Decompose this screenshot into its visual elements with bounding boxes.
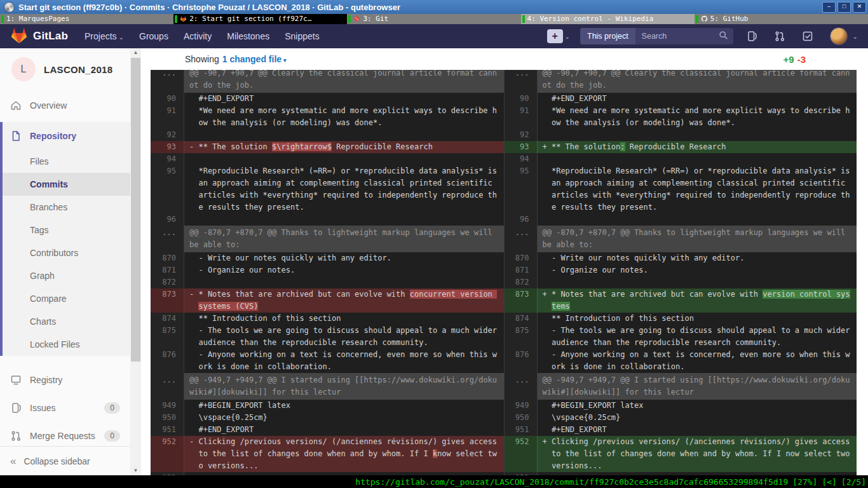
nav-link-groups[interactable]: Groups: [139, 31, 168, 41]
diff-line-number[interactable]: 96: [151, 214, 184, 226]
diff-line-number[interactable]: 90: [504, 93, 538, 105]
diff-line-number[interactable]: 873: [151, 288, 184, 313]
statusbar-tab-counter: [2/5]: [841, 477, 866, 487]
diff-line-number[interactable]: 91: [151, 105, 184, 129]
diff-line-number[interactable]: 949: [151, 400, 184, 412]
diff-text: #+BEGIN_EXPORT latex: [198, 401, 290, 410]
diff-line-number[interactable]: ...: [504, 70, 538, 93]
maximize-button[interactable]: □: [837, 2, 851, 13]
scroll-down-arrow[interactable]: ▼: [130, 466, 141, 475]
diff-line-number[interactable]: 874: [151, 313, 184, 325]
diff-sign: -: [189, 141, 194, 153]
browser-tab-4[interactable]: 4: Version control - Wikipedia: [521, 14, 695, 24]
browser-tab-5[interactable]: 5: GitHub: [695, 14, 868, 24]
sidebar-item-files[interactable]: Files: [3, 150, 130, 173]
diff-line-number[interactable]: 952: [504, 436, 538, 472]
collapse-sidebar-button[interactable]: « Collapse sidebar: [0, 446, 130, 475]
diff-line-number[interactable]: ...: [504, 226, 538, 252]
diff-text: \vspace{0.25cm}: [552, 413, 620, 422]
scroll-up-arrow[interactable]: ▲: [130, 48, 141, 57]
inline-diff-highlight: $\rightarrow$: [272, 142, 332, 151]
browser-tab-3[interactable]: 3: Git: [347, 14, 520, 24]
sidebar-item-compare[interactable]: Compare: [3, 287, 130, 310]
minimize-button[interactable]: –: [822, 2, 836, 13]
diff-line-number[interactable]: 950: [151, 412, 184, 424]
diff-line-number[interactable]: 952: [151, 436, 184, 472]
sidebar-item-label: Merge Requests: [30, 431, 95, 441]
issues-icon[interactable]: [746, 30, 757, 42]
diff-line-number[interactable]: 94: [504, 153, 538, 165]
diff-line-number[interactable]: 874: [504, 313, 538, 325]
diff-line-number[interactable]: 872: [504, 276, 538, 288]
browser-tab-1[interactable]: 1: MarquesPages: [0, 14, 173, 24]
search-input[interactable]: [641, 31, 715, 41]
diff-line-number[interactable]: 950: [504, 412, 538, 424]
diff-line-number[interactable]: ...: [151, 70, 184, 93]
diff-line-content: +Clicking /previous versions/ (/ancienne…: [538, 436, 857, 472]
diff-line-number[interactable]: 873: [504, 288, 538, 313]
sidebar-item-repository[interactable]: Repository: [3, 122, 130, 150]
sidebar-item-overview[interactable]: Overview: [0, 92, 130, 119]
new-item-dropdown[interactable]: + ⌄: [547, 29, 570, 43]
sidebar-item-registry[interactable]: Registry: [0, 366, 130, 394]
search-icon[interactable]: [719, 30, 728, 43]
sidebar-item-charts[interactable]: Charts: [3, 310, 130, 333]
sidebar-item-branches[interactable]: Branches: [3, 196, 130, 219]
diff-line-number[interactable]: ...: [151, 373, 184, 400]
todos-icon[interactable]: [802, 30, 813, 42]
search-scope-chip[interactable]: This project: [580, 28, 635, 44]
diff-line-number[interactable]: 94: [151, 153, 184, 165]
close-button[interactable]: ✕: [853, 2, 866, 13]
diff-line-content: *We need are more systematic and more ex…: [184, 105, 504, 129]
nav-link-milestones[interactable]: Milestones: [227, 31, 269, 41]
diff-line-number[interactable]: 951: [151, 424, 184, 436]
avatar[interactable]: [830, 27, 848, 45]
diff-line-number[interactable]: 876: [151, 349, 184, 373]
diff-line-number[interactable]: 93: [504, 141, 538, 153]
diff-line-number[interactable]: 93: [151, 141, 184, 153]
diff-line-number[interactable]: 96: [504, 214, 538, 226]
count-badge: 0: [104, 402, 120, 414]
diff-line-number[interactable]: 95: [504, 165, 538, 214]
changed-files-dropdown[interactable]: 1 changed file▾: [222, 54, 287, 64]
diff-line-number[interactable]: 871: [151, 264, 184, 276]
diff-line-number[interactable]: 90: [151, 93, 184, 105]
sidebar-item-issues[interactable]: Issues0: [0, 394, 130, 422]
sidebar-item-graph[interactable]: Graph: [3, 264, 130, 287]
diff-line-number[interactable]: 870: [151, 252, 184, 264]
nav-link-snippets[interactable]: Snippets: [285, 31, 319, 41]
user-menu[interactable]: ⌄: [830, 27, 858, 45]
gitlab-brand[interactable]: GitLab: [10, 27, 68, 46]
diff-line-number[interactable]: 876: [504, 349, 538, 373]
diff-line-number[interactable]: 875: [151, 325, 184, 349]
sidebar-item-tags[interactable]: Tags: [3, 219, 130, 241]
diff-line-content: [538, 153, 857, 165]
diff-text: Clicking /previous versions/ (/anciennes…: [552, 437, 855, 470]
diff-line-number[interactable]: 92: [504, 129, 538, 141]
sidebar-item-locked-files[interactable]: Locked Files: [3, 333, 130, 356]
nav-link-activity[interactable]: Activity: [184, 31, 212, 41]
merge-requests-icon[interactable]: [774, 30, 785, 42]
diff-line-number[interactable]: 949: [504, 400, 538, 412]
nav-link-projects[interactable]: Projects⌄: [85, 31, 124, 41]
diff-line-content: -* Notes that are archived but can evolv…: [184, 288, 504, 313]
browser-tab-2[interactable]: 2: Start git section (ff927c…: [173, 14, 347, 24]
diff-line-number[interactable]: 951: [504, 424, 538, 436]
sidebar-item-commits[interactable]: Commits: [3, 173, 130, 196]
sidebar-item-contributors[interactable]: Contributors: [3, 241, 130, 264]
diff-line-number[interactable]: 870: [504, 252, 538, 264]
diff-line-number[interactable]: 875: [504, 325, 538, 349]
diff-line-number[interactable]: 92: [151, 129, 184, 141]
diff-line-number[interactable]: ...: [151, 226, 184, 252]
diff-line-number[interactable]: 872: [151, 276, 184, 288]
plus-icon[interactable]: +: [547, 29, 563, 43]
diff-text: @@ -90,7 +90,7 @@ Clearly the classical …: [189, 70, 497, 90]
diff-line-number[interactable]: 871: [504, 264, 538, 276]
vertical-scrollbar[interactable]: ▲ ▼: [130, 48, 141, 475]
diff-line-number[interactable]: ...: [504, 373, 538, 400]
search-group: This project: [580, 28, 733, 44]
diff-line-number[interactable]: 91: [504, 105, 538, 129]
scrollbar-thumb[interactable]: [131, 58, 140, 362]
diff-line-number[interactable]: 95: [151, 165, 184, 214]
project-header[interactable]: L LASCON_2018: [0, 48, 130, 92]
